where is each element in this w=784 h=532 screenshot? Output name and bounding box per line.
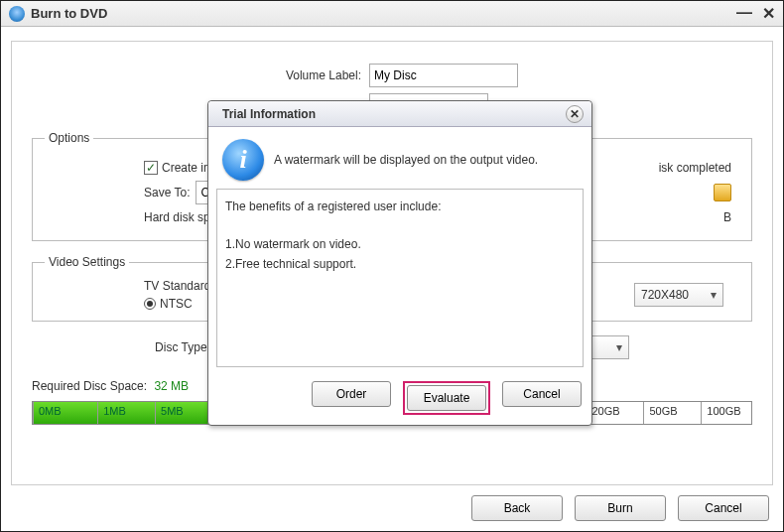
dialog-body: The benefits of a registered user includ… — [216, 189, 584, 367]
dialog-cancel-button[interactable]: Cancel — [502, 381, 582, 407]
create-image-checkbox[interactable] — [144, 161, 158, 175]
window-title: Burn to DVD — [31, 6, 107, 21]
order-button[interactable]: Order — [312, 381, 391, 407]
app-icon — [9, 6, 25, 22]
close-icon: ✕ — [570, 107, 580, 121]
task-completed-text: isk completed — [659, 161, 731, 175]
benefit-1: 1.No watermark on video. — [225, 235, 575, 254]
disc-type-dropdown[interactable] — [588, 335, 629, 359]
minimize-button[interactable]: — — [736, 4, 752, 23]
benefits-intro: The benefits of a registered user includ… — [225, 198, 575, 216]
window-titlebar: Burn to DVD — ✕ — [1, 1, 783, 27]
trial-info-dialog: Trial Information ✕ i A watermark will b… — [207, 100, 592, 426]
resolution-value: 720X480 — [641, 288, 689, 302]
hard-disk-trail: B — [723, 210, 731, 224]
benefit-2: 2.Free technical support. — [225, 255, 575, 274]
resolution-dropdown[interactable]: 720X480 — [634, 283, 723, 307]
video-legend: Video Settings — [45, 255, 129, 269]
volume-label-input[interactable] — [369, 64, 518, 87]
required-space-label: Required Disc Space: — [32, 379, 147, 393]
save-to-label: Save To: — [144, 186, 190, 200]
ntsc-label: NTSC — [160, 297, 193, 311]
cancel-button[interactable]: Cancel — [678, 495, 769, 521]
required-space-value: 32 MB — [154, 379, 189, 393]
ntsc-radio[interactable] — [144, 298, 156, 310]
back-button[interactable]: Back — [471, 495, 563, 521]
close-button[interactable]: ✕ — [762, 4, 775, 23]
evaluate-highlight: Evaluate — [403, 381, 490, 415]
evaluate-button[interactable]: Evaluate — [407, 385, 486, 411]
info-icon: i — [222, 139, 264, 181]
dialog-title: Trial Information — [222, 107, 316, 121]
burn-button[interactable]: Burn — [575, 495, 666, 521]
dialog-titlebar: Trial Information ✕ — [208, 101, 591, 127]
options-legend: Options — [45, 131, 93, 145]
dialog-close-button[interactable]: ✕ — [566, 105, 584, 123]
dialog-message: A watermark will be displayed on the out… — [274, 153, 538, 167]
disc-type-label: Disc Type: — [155, 340, 210, 354]
folder-icon[interactable] — [714, 184, 731, 201]
volume-label-label: Volume Label: — [32, 68, 369, 82]
